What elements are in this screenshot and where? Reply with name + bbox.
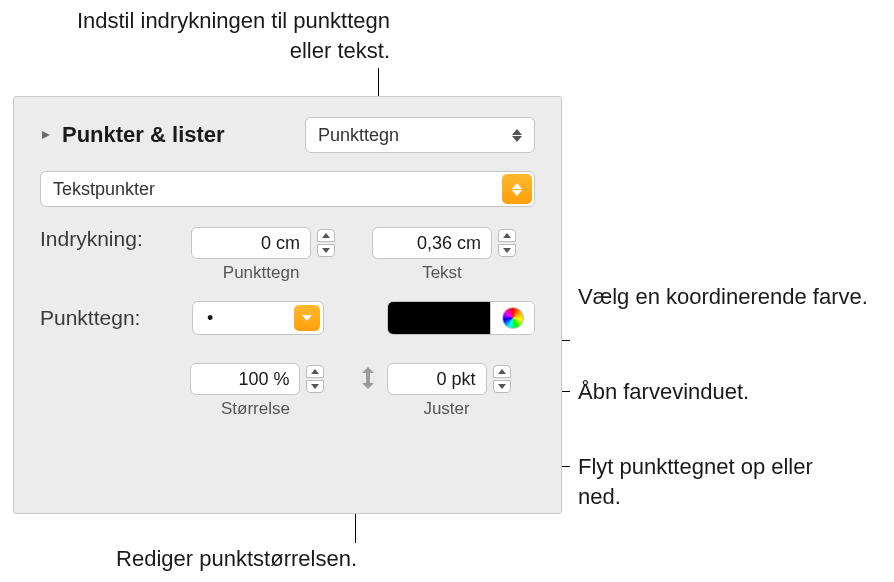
indent-text-sublabel: Tekst (372, 263, 512, 283)
indent-text-input[interactable]: 0,36 cm (372, 227, 492, 259)
updown-icon (502, 174, 532, 204)
svg-marker-5 (322, 233, 330, 238)
align-stepper[interactable] (493, 364, 511, 394)
svg-marker-7 (503, 233, 511, 238)
bullets-lists-panel: Punkter & lister Punkttegn Tekstpunkter … (13, 96, 562, 514)
svg-marker-1 (512, 129, 522, 135)
indent-label: Indrykning: (40, 227, 191, 251)
bullet-label: Punkttegn: (40, 306, 192, 330)
svg-marker-8 (503, 248, 511, 253)
svg-marker-4 (512, 190, 522, 196)
size-sublabel: Størrelse (190, 399, 320, 419)
svg-marker-15 (498, 369, 506, 374)
callout-align: Flyt punkttegnet op eller ned. (578, 452, 818, 511)
callout-color: Vælg en koordinerende farve. (578, 282, 883, 312)
svg-marker-11 (311, 384, 319, 389)
indent-bullet-value: 0 cm (261, 233, 300, 254)
callout-size: Rediger punktstørrelsen. (17, 544, 357, 574)
callout-wheel: Åbn farvevinduet. (578, 377, 749, 407)
color-wheel-icon (502, 307, 524, 329)
svg-marker-2 (512, 136, 522, 142)
indent-bullet-sublabel: Punkttegn (191, 263, 331, 283)
size-value: 100 % (238, 369, 289, 390)
list-style-value: Punkttegn (318, 125, 399, 146)
updown-icon (508, 129, 526, 142)
svg-rect-13 (366, 373, 370, 383)
indent-bullet-stepper[interactable] (317, 228, 335, 258)
svg-marker-10 (311, 369, 319, 374)
list-style-popup[interactable]: Punkttegn (305, 117, 535, 153)
indent-bullet-input[interactable]: 0 cm (191, 227, 311, 259)
bullet-type-value: Tekstpunkter (53, 179, 155, 200)
svg-marker-14 (362, 383, 374, 389)
svg-marker-9 (302, 315, 312, 321)
chevron-down-icon (294, 305, 320, 331)
bullet-glyph-value: • (207, 308, 213, 329)
align-value: 0 pkt (437, 369, 476, 390)
align-vertical-icon (357, 367, 379, 389)
svg-marker-0 (42, 131, 50, 139)
bullet-color-wheel-button[interactable] (490, 302, 534, 334)
callout-indent: Indstil indrykningen til punkttegn eller… (40, 6, 390, 65)
disclosure-icon[interactable] (40, 129, 52, 141)
align-input[interactable]: 0 pkt (387, 363, 487, 395)
svg-marker-3 (512, 183, 522, 189)
svg-marker-16 (498, 384, 506, 389)
bullet-glyph-popup[interactable]: • (192, 301, 324, 335)
svg-marker-12 (362, 367, 374, 373)
svg-marker-6 (322, 248, 330, 253)
size-stepper[interactable] (306, 364, 324, 394)
indent-text-stepper[interactable] (498, 228, 516, 258)
bullet-type-popup[interactable]: Tekstpunkter (40, 171, 535, 207)
size-input[interactable]: 100 % (190, 363, 300, 395)
bullet-color-swatch[interactable] (388, 302, 490, 334)
align-sublabel: Juster (387, 399, 507, 419)
indent-text-value: 0,36 cm (417, 233, 481, 254)
section-title: Punkter & lister (62, 122, 225, 148)
